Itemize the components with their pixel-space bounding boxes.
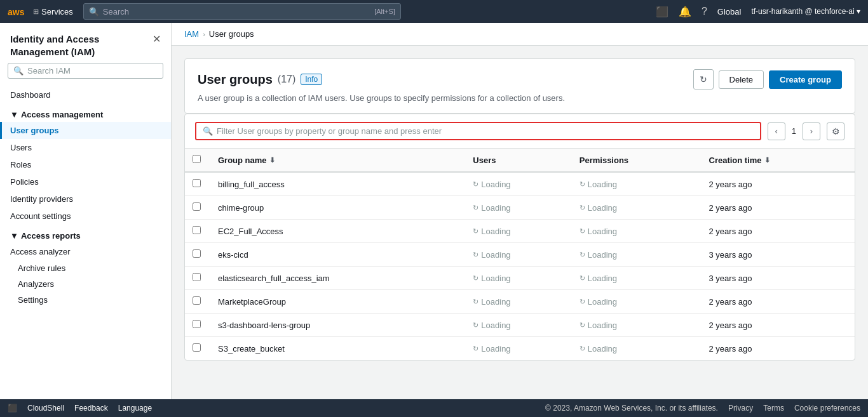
row-group-name-5[interactable]: MarketplaceGroup: [210, 290, 465, 314]
svg-text:aws: aws: [8, 7, 25, 17]
page-number: 1: [788, 126, 800, 136]
table-row: S3_create_bucket ↻ Loading ↻ Loading 2 y…: [185, 337, 855, 361]
row-checkbox-5[interactable]: [193, 296, 201, 305]
row-group-name-4[interactable]: elasticsearch_full_access_iam: [210, 267, 465, 290]
row-group-name-7[interactable]: S3_create_bucket: [210, 337, 465, 361]
sort-icon-creation-time: ⬇: [764, 156, 770, 164]
row-group-name-0[interactable]: billing_full_access: [210, 172, 465, 196]
sidebar-close-button[interactable]: ✕: [153, 33, 161, 45]
user-menu[interactable]: tf-usr-harikanth @ techforce-ai ▾: [751, 7, 860, 16]
sidebar-item-dashboard[interactable]: Dashboard: [0, 86, 171, 103]
row-checkbox-6[interactable]: [193, 320, 201, 328]
row-checkbox-0[interactable]: [193, 179, 201, 187]
table-row: chime-group ↻ Loading ↻ Loading 2 years …: [185, 196, 855, 220]
filter-search-icon: 🔍: [203, 126, 213, 136]
user-groups-table: Group name ⬇ Users Permissions: [185, 149, 855, 360]
terms-link[interactable]: Terms: [763, 404, 784, 413]
row-permissions-1: ↻ Loading: [572, 196, 702, 220]
row-checkbox-7[interactable]: [193, 343, 201, 352]
row-group-name-2[interactable]: EC2_Full_Access: [210, 220, 465, 243]
language-selector[interactable]: Language: [118, 404, 152, 413]
next-page-button[interactable]: ›: [803, 122, 820, 140]
sidebar-item-settings[interactable]: Settings: [0, 292, 171, 308]
row-users-5: ↻ Loading: [465, 290, 571, 314]
sidebar-search-icon: 🔍: [13, 66, 24, 76]
column-settings-button[interactable]: ⚙: [827, 122, 844, 140]
aws-logo[interactable]: aws: [8, 5, 28, 18]
breadcrumb-iam-link[interactable]: IAM: [184, 29, 199, 39]
row-group-name-1[interactable]: chime-group: [210, 196, 465, 220]
chevron-down-icon-2: ▼: [10, 231, 18, 241]
header-checkbox-cell: [185, 149, 210, 172]
header-group-name[interactable]: Group name ⬇: [210, 149, 465, 172]
row-checkbox-1[interactable]: [193, 202, 201, 211]
sidebar-section-access-management[interactable]: ▼ Access management: [0, 103, 171, 122]
breadcrumb-current: User groups: [209, 29, 254, 39]
row-permissions-3: ↻ Loading: [572, 243, 702, 267]
info-badge[interactable]: Info: [301, 74, 322, 85]
row-checkbox-cell-5: [185, 290, 210, 314]
top-search-bar[interactable]: 🔍 [Alt+S]: [83, 3, 401, 20]
header-permissions: Permissions: [572, 149, 702, 172]
table-row: s3-dashboard-lens-group ↻ Loading ↻ Load…: [185, 314, 855, 337]
row-users-4: ↻ Loading: [465, 267, 571, 290]
row-permissions-0: ↻ Loading: [572, 172, 702, 196]
pagination: ‹ 1 ›: [768, 122, 820, 140]
filter-input-wrapper[interactable]: 🔍: [195, 122, 761, 140]
sidebar-item-identity-providers[interactable]: Identity providers: [0, 190, 171, 208]
top-nav-icons: ⬛ 🔔 ? Global tf-usr-harikanth @ techforc…: [656, 6, 860, 18]
services-menu[interactable]: ⊞ Services: [33, 7, 73, 17]
row-created-4: 3 years ago: [702, 267, 855, 290]
row-checkbox-4[interactable]: [193, 273, 201, 281]
region-selector[interactable]: Global: [717, 7, 742, 17]
page-count: (17): [278, 74, 295, 85]
table-row: EC2_Full_Access ↻ Loading ↻ Loading 2 ye…: [185, 220, 855, 243]
cookie-preferences-link[interactable]: Cookie preferences: [794, 404, 860, 413]
table-row: elasticsearch_full_access_iam ↻ Loading …: [185, 267, 855, 290]
sidebar-item-roles[interactable]: Roles: [0, 156, 171, 173]
help-icon[interactable]: ?: [702, 6, 707, 17]
create-group-button[interactable]: Create group: [769, 70, 842, 89]
top-search-icon: 🔍: [89, 7, 99, 17]
row-users-3: ↻ Loading: [465, 243, 571, 267]
page-title: User groups: [198, 72, 273, 87]
header-creation-time[interactable]: Creation time ⬇: [702, 149, 855, 172]
row-checkbox-cell-7: [185, 337, 210, 361]
sidebar-item-account-settings[interactable]: Account settings: [0, 208, 171, 225]
main-content: IAM › User groups User groups (17) Info …: [172, 23, 868, 417]
filter-input[interactable]: [217, 126, 754, 136]
cloudshell-icon: ⬛: [8, 404, 17, 413]
row-group-name-3[interactable]: eks-cicd: [210, 243, 465, 267]
sidebar-item-access-analyzer[interactable]: Access analyzer: [0, 243, 171, 260]
page-title-row: User groups (17) Info: [198, 72, 322, 87]
row-checkbox-cell-1: [185, 196, 210, 220]
sidebar-search-input[interactable]: [27, 66, 158, 76]
prev-page-button[interactable]: ‹: [768, 122, 785, 140]
cloudshell-label[interactable]: CloudShell: [27, 404, 64, 413]
privacy-link[interactable]: Privacy: [728, 404, 753, 413]
select-all-checkbox[interactable]: [193, 155, 201, 163]
feedback-link[interactable]: Feedback: [74, 404, 108, 413]
terminal-icon[interactable]: ⬛: [656, 6, 668, 18]
row-checkbox-2[interactable]: [193, 226, 201, 234]
sidebar-item-users[interactable]: Users: [0, 139, 171, 156]
copyright-text: © 2023, Amazon Web Services, Inc. or its…: [545, 404, 718, 413]
row-checkbox-cell-0: [185, 172, 210, 196]
refresh-button[interactable]: ↻: [693, 69, 714, 89]
row-group-name-6[interactable]: s3-dashboard-lens-group: [210, 314, 465, 337]
table-body: billing_full_access ↻ Loading ↻ Loading …: [185, 172, 855, 360]
sidebar-search-bar[interactable]: 🔍: [8, 63, 163, 79]
bell-icon[interactable]: 🔔: [679, 6, 691, 18]
top-search-input[interactable]: [103, 7, 370, 17]
table-row: billing_full_access ↻ Loading ↻ Loading …: [185, 172, 855, 196]
sidebar-item-user-groups[interactable]: User groups: [0, 122, 171, 139]
row-users-7: ↻ Loading: [465, 337, 571, 361]
delete-button[interactable]: Delete: [719, 70, 764, 89]
sidebar: Identity and Access Management (IAM) ✕ 🔍…: [0, 23, 172, 417]
sidebar-item-archive-rules[interactable]: Archive rules: [0, 260, 171, 276]
sidebar-section-access-reports[interactable]: ▼ Access reports: [0, 225, 171, 243]
row-checkbox-3[interactable]: [193, 249, 201, 258]
sidebar-item-policies[interactable]: Policies: [0, 173, 171, 190]
row-created-0: 2 years ago: [702, 172, 855, 196]
sidebar-item-analyzers[interactable]: Analyzers: [0, 276, 171, 292]
